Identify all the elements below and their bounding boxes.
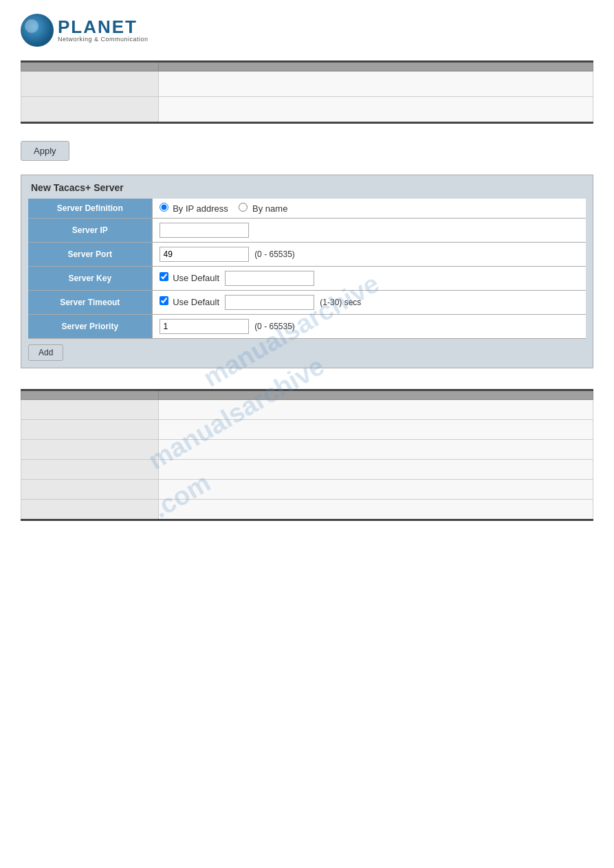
form-table: Server Definition By IP address By name	[28, 199, 586, 339]
table-row	[21, 71, 593, 97]
table-cell-label	[21, 400, 159, 420]
radio-by-ip-text: By IP address	[173, 203, 228, 214]
logo-text: PLANET Networking & Communication	[58, 18, 149, 43]
server-priority-input[interactable]	[160, 319, 249, 334]
table-row	[21, 480, 593, 500]
server-port-value: (0 - 65535)	[152, 243, 586, 267]
server-priority-label: Server Priority	[28, 315, 152, 339]
bottom-config-table	[21, 389, 593, 521]
table-cell-value	[159, 71, 593, 97]
radio-by-name[interactable]	[239, 203, 248, 212]
server-timeout-range: (1-30) secs	[320, 298, 361, 307]
table-cell-value	[159, 480, 593, 500]
add-button[interactable]: Add	[28, 344, 63, 361]
server-timeout-row: Server Timeout Use Default (1-30) secs	[28, 291, 586, 315]
server-port-label: Server Port	[28, 243, 152, 267]
table-cell-value	[159, 400, 593, 420]
server-definition-row: Server Definition By IP address By name	[28, 199, 586, 219]
table-cell-value	[159, 500, 593, 520]
table-cell-label	[21, 440, 159, 460]
server-timeout-checkbox-label[interactable]: Use Default	[160, 297, 222, 307]
table-cell-label	[21, 480, 159, 500]
table-row	[21, 400, 593, 420]
table-row	[21, 440, 593, 460]
server-timeout-label: Server Timeout	[28, 291, 152, 315]
server-ip-input[interactable]	[160, 223, 249, 238]
new-tacacs-server-panel: New Tacacs+ Server Server Definition By …	[21, 175, 593, 368]
server-priority-value: (0 - 65535)	[152, 315, 586, 339]
server-key-label: Server Key	[28, 267, 152, 291]
radio-by-name-label[interactable]: By name	[239, 203, 287, 214]
top-table-col1-header	[21, 62, 159, 71]
server-key-value: Use Default	[152, 267, 586, 291]
bottom-table-col2-header	[159, 390, 593, 400]
top-table-col2-header	[159, 62, 593, 71]
bottom-section	[21, 389, 593, 521]
server-timeout-checkbox[interactable]	[160, 296, 168, 305]
server-timeout-checkbox-text: Use Default	[173, 297, 219, 307]
server-definition-value: By IP address By name	[152, 199, 586, 219]
server-key-checkbox-label[interactable]: Use Default	[160, 273, 222, 283]
server-key-checkbox[interactable]	[160, 272, 168, 281]
table-row	[21, 460, 593, 480]
server-priority-row: Server Priority (0 - 65535)	[28, 315, 586, 339]
radio-by-ip[interactable]	[160, 203, 168, 212]
table-cell-value	[159, 460, 593, 480]
logo-area: PLANET Networking & Communication	[21, 7, 593, 60]
server-key-input[interactable]	[225, 271, 314, 286]
bottom-table-col1-header	[21, 390, 159, 400]
server-ip-row: Server IP	[28, 219, 586, 243]
form-panel-title: New Tacacs+ Server	[28, 182, 586, 193]
table-cell-value	[159, 97, 593, 123]
server-key-row: Server Key Use Default	[28, 267, 586, 291]
table-cell-label	[21, 500, 159, 520]
table-cell-value	[159, 440, 593, 460]
server-ip-value	[152, 219, 586, 243]
table-cell-label	[21, 71, 159, 97]
table-cell-label	[21, 420, 159, 440]
server-key-checkbox-text: Use Default	[173, 273, 219, 283]
top-config-table	[21, 60, 593, 124]
server-definition-label: Server Definition	[28, 199, 152, 219]
server-port-row: Server Port (0 - 65535)	[28, 243, 586, 267]
table-row	[21, 420, 593, 440]
brand-name: PLANET	[58, 18, 149, 36]
table-cell-label	[21, 460, 159, 480]
radio-by-name-text: By name	[252, 203, 287, 214]
logo-icon	[21, 14, 54, 47]
server-timeout-value: Use Default (1-30) secs	[152, 291, 586, 315]
server-ip-label: Server IP	[28, 219, 152, 243]
server-port-range: (0 - 65535)	[254, 249, 295, 259]
server-port-input[interactable]	[160, 247, 249, 262]
server-timeout-input[interactable]	[225, 295, 314, 310]
brand-tagline: Networking & Communication	[58, 36, 149, 43]
apply-button[interactable]: Apply	[21, 141, 69, 161]
table-row	[21, 500, 593, 520]
radio-by-ip-label[interactable]: By IP address	[160, 203, 231, 214]
table-cell-label	[21, 97, 159, 123]
server-priority-range: (0 - 65535)	[254, 322, 295, 331]
table-cell-value	[159, 420, 593, 440]
table-row	[21, 97, 593, 123]
